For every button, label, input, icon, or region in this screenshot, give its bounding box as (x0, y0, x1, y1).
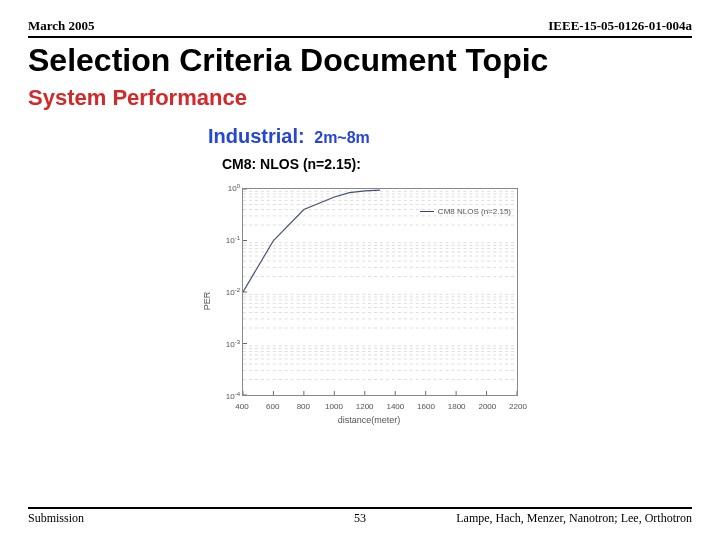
page-title: Selection Criteria Document Topic (28, 42, 692, 79)
chart-xtick: 1800 (448, 402, 466, 411)
chart-ytick: 10-4 (212, 391, 240, 402)
chart-xlabel: distance(meter) (338, 415, 401, 425)
chart-xtick: 1600 (417, 402, 435, 411)
header-row: March 2005 IEEE-15-05-0126-01-004a (28, 18, 692, 38)
chart-xtick: 2200 (509, 402, 527, 411)
chart-plot-area: CM8 NLOS (n=2.15) (242, 188, 518, 396)
footer-left: Submission (28, 511, 84, 526)
industrial-label: Industrial: (208, 125, 305, 147)
header-date: March 2005 (28, 18, 95, 34)
chart-ytick: 100 (212, 183, 240, 194)
footer-right: Lampe, Hach, Menzer, Nanotron; Lee, Orth… (456, 511, 692, 526)
chart-xtick: 400 (235, 402, 248, 411)
header-docnum: IEEE-15-05-0126-01-004a (548, 18, 692, 34)
chart-xtick: 1200 (356, 402, 374, 411)
chart-xtick: 1400 (386, 402, 404, 411)
industrial-range: 2m~8m (314, 129, 370, 146)
chart-xtick: 1000 (325, 402, 343, 411)
footer-row: Submission 53 Lampe, Hach, Menzer, Nanot… (28, 507, 692, 526)
chart-legend: CM8 NLOS (n=2.15) (420, 207, 511, 216)
chart-ylabel: PER (202, 291, 212, 310)
legend-label: CM8 NLOS (n=2.15) (438, 207, 511, 216)
per-chart: PER distance(meter) 10010-110-210-310-4 … (204, 178, 534, 423)
section-title: System Performance (28, 85, 692, 111)
chart-ytick: 10-2 (212, 287, 240, 298)
chart-ytick: 10-1 (212, 235, 240, 246)
chart-xtick: 800 (297, 402, 310, 411)
chart-xtick: 2000 (478, 402, 496, 411)
channel-model-line: CM8: NLOS (n=2.15): (222, 156, 692, 172)
industrial-heading: Industrial: 2m~8m (208, 125, 692, 148)
legend-swatch (420, 211, 434, 212)
chart-ytick: 10-3 (212, 339, 240, 350)
chart-xtick: 600 (266, 402, 279, 411)
footer-page: 53 (354, 511, 366, 526)
